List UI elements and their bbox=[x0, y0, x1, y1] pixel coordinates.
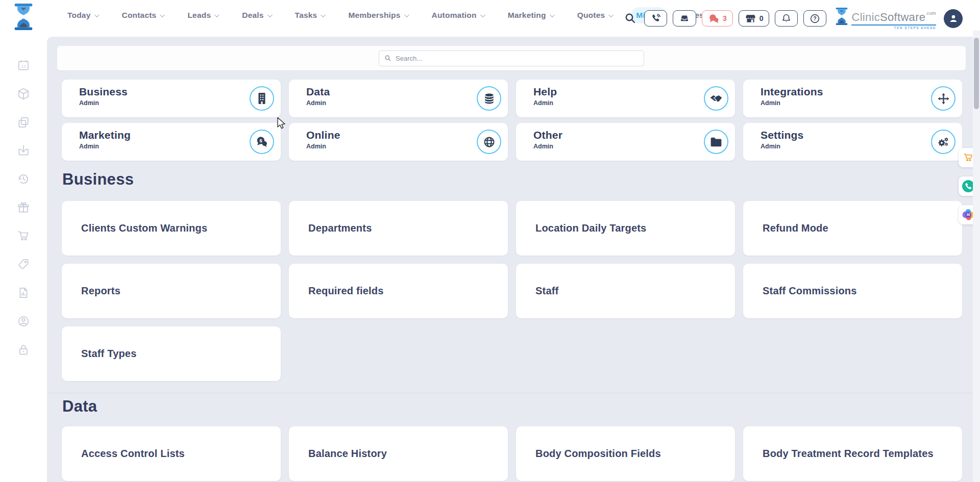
chevron-down-icon bbox=[94, 12, 99, 17]
cart-icon[interactable] bbox=[17, 230, 30, 243]
chevron-down-icon bbox=[550, 12, 555, 17]
building-icon bbox=[250, 86, 274, 111]
help-button[interactable]: ? bbox=[803, 10, 826, 27]
category-card-data[interactable]: Data Admin bbox=[289, 80, 508, 117]
globe-icon bbox=[477, 130, 501, 154]
comments-dollar-icon: $ bbox=[250, 130, 274, 154]
item-card-body-treatment-record-templates[interactable]: Body Treatment Record Templates bbox=[743, 426, 962, 481]
phone-icon bbox=[650, 13, 661, 24]
help-icon: ? bbox=[810, 13, 820, 24]
category-card-marketing[interactable]: Marketing Admin $ bbox=[62, 123, 281, 161]
category-grid: Business Admin Data Admin bbox=[62, 80, 962, 161]
handshake-icon bbox=[704, 86, 728, 111]
brand-tagline: TEN STEPS AHEAD bbox=[851, 24, 936, 30]
item-card-departments[interactable]: Departments bbox=[289, 201, 508, 256]
item-card-staff-commissions[interactable]: Staff Commissions bbox=[743, 264, 962, 318]
clinicsoftware-hourglass-icon bbox=[835, 8, 848, 25]
content-area: Business Admin Data Admin bbox=[47, 37, 973, 482]
item-card-location-daily-targets[interactable]: Location Daily Targets bbox=[516, 201, 735, 256]
inbox-icon bbox=[679, 13, 690, 24]
store-count-badge: 0 bbox=[760, 14, 764, 22]
section-divider bbox=[47, 393, 973, 393]
nav-quotes[interactable]: Quotes bbox=[572, 7, 618, 23]
nav-today[interactable]: Today bbox=[62, 7, 103, 23]
chevron-down-icon bbox=[480, 12, 485, 17]
category-card-settings[interactable]: Settings Admin bbox=[743, 123, 962, 161]
category-card-online[interactable]: Online Admin bbox=[289, 123, 508, 161]
gift-icon[interactable] bbox=[17, 201, 30, 214]
item-card-balance-history[interactable]: Balance History bbox=[289, 426, 508, 481]
item-card-reports[interactable]: Reports bbox=[62, 264, 281, 318]
data-items-grid: Access Control Lists Balance History Bod… bbox=[62, 426, 962, 481]
nav-contacts[interactable]: Contacts bbox=[117, 7, 169, 23]
chevron-down-icon bbox=[404, 12, 409, 17]
chat-count-badge: 3 bbox=[723, 14, 727, 22]
phone-button[interactable] bbox=[644, 10, 667, 27]
category-card-other[interactable]: Other Admin bbox=[516, 123, 735, 161]
report-icon[interactable] bbox=[17, 286, 30, 299]
chevron-down-icon bbox=[321, 12, 326, 17]
category-card-help[interactable]: Help Admin bbox=[516, 80, 735, 117]
history-icon[interactable] bbox=[17, 172, 30, 186]
svg-text:?: ? bbox=[814, 15, 817, 21]
item-card-clients-custom-warnings[interactable]: Clients Custom Warnings bbox=[62, 201, 281, 256]
scrollbar-thumb[interactable] bbox=[974, 38, 979, 109]
top-right-toolbar: 3 0 ? bbox=[624, 0, 963, 37]
chevron-down-icon bbox=[267, 12, 273, 17]
store-icon bbox=[745, 13, 756, 24]
item-card-staff-types[interactable]: Staff Types bbox=[62, 326, 281, 381]
item-card-access-control-lists[interactable]: Access Control Lists bbox=[62, 426, 281, 481]
clinicsoftware-wordmark: ClinicSoftware.com TEN STEPS AHEAD bbox=[835, 8, 936, 30]
section-title-business: Business bbox=[62, 170, 134, 189]
store-button[interactable]: 0 bbox=[739, 10, 770, 27]
bell-icon bbox=[781, 13, 792, 24]
package-icon[interactable] bbox=[17, 87, 30, 100]
copy-icon[interactable] bbox=[17, 116, 30, 129]
folder-icon bbox=[704, 130, 728, 154]
category-card-integrations[interactable]: Integrations Admin bbox=[743, 80, 962, 117]
user-circle-icon[interactable] bbox=[17, 315, 30, 328]
chevron-down-icon bbox=[160, 12, 165, 17]
svg-text:AI: AI bbox=[967, 213, 970, 216]
nav-marketing[interactable]: Marketing bbox=[503, 7, 558, 23]
calendar-import-icon[interactable] bbox=[17, 144, 30, 157]
search-panel bbox=[57, 46, 966, 70]
main-nav: Today Contacts Leads Deals Tasks Members… bbox=[62, 0, 709, 31]
section-title-data: Data bbox=[62, 397, 97, 416]
search-icon[interactable] bbox=[624, 12, 636, 24]
chat-bubbles-icon bbox=[708, 13, 720, 24]
nav-memberships[interactable]: Memberships bbox=[343, 7, 412, 23]
svg-text:$: $ bbox=[259, 138, 262, 143]
item-card-body-composition-fields[interactable]: Body Composition Fields bbox=[516, 426, 735, 481]
chat-button[interactable]: 3 bbox=[702, 10, 733, 27]
cart-icon bbox=[963, 152, 974, 163]
app-logo-icon[interactable] bbox=[13, 4, 34, 30]
svg-text:12: 12 bbox=[21, 64, 26, 69]
chevron-down-icon bbox=[608, 12, 614, 17]
business-items-grid: Clients Custom Warnings Departments Loca… bbox=[62, 201, 962, 381]
chevron-down-icon bbox=[214, 12, 219, 17]
gears-icon bbox=[931, 130, 955, 154]
inbox-button[interactable] bbox=[673, 10, 696, 27]
nav-tasks[interactable]: Tasks bbox=[290, 7, 330, 23]
sidebar: 12 bbox=[0, 37, 47, 482]
price-tag-icon[interactable] bbox=[17, 258, 30, 271]
lock-icon[interactable] bbox=[17, 343, 30, 357]
category-card-business[interactable]: Business Admin bbox=[62, 80, 281, 117]
vertical-scrollbar[interactable] bbox=[973, 31, 980, 482]
arrows-move-icon bbox=[931, 86, 955, 111]
search-icon bbox=[384, 55, 391, 62]
top-bar: Today Contacts Leads Deals Tasks Members… bbox=[0, 0, 980, 37]
item-card-refund-mode[interactable]: Refund Mode bbox=[743, 201, 962, 256]
nav-leads[interactable]: Leads bbox=[182, 7, 223, 23]
calendar-12-icon[interactable]: 12 bbox=[17, 59, 30, 72]
nav-deals[interactable]: Deals bbox=[237, 7, 276, 23]
nav-automation[interactable]: Automation bbox=[427, 7, 489, 23]
notifications-button[interactable] bbox=[775, 10, 798, 27]
item-card-staff[interactable]: Staff bbox=[516, 264, 735, 318]
user-avatar[interactable] bbox=[944, 9, 963, 28]
item-card-required-fields[interactable]: Required fields bbox=[289, 264, 508, 318]
search-input[interactable] bbox=[396, 55, 639, 62]
database-icon bbox=[477, 86, 501, 111]
search-box[interactable] bbox=[379, 50, 644, 66]
